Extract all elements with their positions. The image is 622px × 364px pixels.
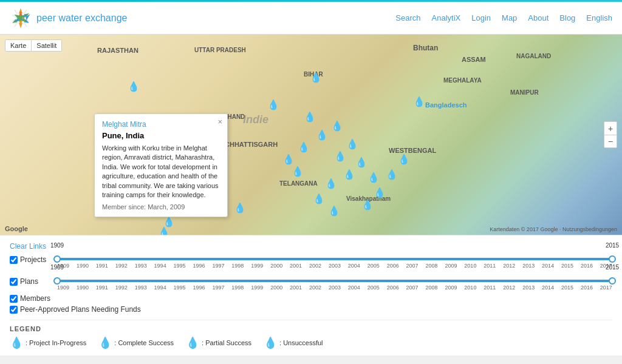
info-popup: × Melghat Mitra Pune, India Working with…	[94, 113, 228, 217]
map-marker-g3[interactable]: 💧	[158, 226, 170, 235]
map-marker-1[interactable]: 💧	[267, 99, 279, 110]
logo-icon	[10, 7, 32, 29]
map-marker-14[interactable]: 💧	[361, 199, 374, 211]
plans-checkbox[interactable]	[10, 278, 18, 286]
legend-title: LEGEND	[10, 325, 612, 332]
legend-item-partial: 💧 : Partial Success	[186, 336, 251, 349]
legend-label-success: : Complete Success	[114, 339, 174, 346]
main-nav: Search AnalytiX Login Map About Blog Eng…	[395, 13, 612, 22]
projects-timeline: 1909 2015 190919901991199219931994199519…	[57, 251, 612, 269]
popup-member-since: Member since: March, 2009	[102, 203, 220, 211]
projects-timeline-labels: 1909199019911992199319941995199619971998…	[57, 263, 612, 269]
map-label-bhutan: Bhutan	[413, 44, 438, 52]
nav-analytix[interactable]: AnalytiX	[432, 13, 461, 22]
map-marker-7[interactable]: 💧	[355, 157, 367, 168]
legend: LEGEND 💧 : Project In-Progress 💧 : Compl…	[10, 320, 612, 349]
legend-item-inprogress: 💧 : Project In-Progress	[10, 336, 86, 349]
clear-links-button[interactable]: Clear Links	[10, 242, 46, 251]
map-label-bangladesch: Bangladesch	[425, 101, 466, 109]
map-label-rajasthan: RAJASTHAN	[97, 47, 138, 54]
plans-year-start: 1909	[50, 264, 64, 271]
bottom-panel: Clear Links Projects 1909 2015 190919901…	[0, 235, 622, 356]
map-label-indie: Indie	[243, 113, 268, 126]
popup-description: Working with Korku tribe in Melghat regi…	[102, 144, 220, 200]
map-marker-13[interactable]: 💧	[374, 187, 386, 198]
popup-location: Pune, India	[102, 131, 220, 140]
map-label-meghalaya: MEGHALAYA	[443, 77, 482, 84]
projects-year-start: 1909	[50, 242, 64, 249]
map-marker-4[interactable]: 💧	[331, 120, 343, 132]
site-title: peer water exchange	[36, 13, 127, 24]
map-marker-5[interactable]: 💧	[346, 138, 358, 150]
logo-area: peer water exchange	[10, 7, 127, 29]
map-marker-10[interactable]: 💧	[325, 178, 337, 189]
nav-language[interactable]: English	[586, 13, 612, 22]
zoom-out-button[interactable]: −	[604, 135, 617, 148]
map-marker-g4[interactable]: 💧	[234, 202, 246, 214]
projects-label: Projects	[10, 255, 52, 264]
map-marker-pune[interactable]: 💧	[163, 216, 175, 228]
map-marker-19[interactable]: 💧	[292, 166, 304, 177]
zoom-in-button[interactable]: +	[604, 121, 617, 135]
map-type-satellit[interactable]: Satellit	[32, 39, 62, 52]
google-logo: Google	[5, 225, 28, 232]
map-label-chhattisgarh: CHHATTISGARH	[225, 141, 278, 148]
plans-handle-right[interactable]	[609, 277, 616, 285]
map-marker-2[interactable]: 💧	[304, 111, 316, 123]
projects-year-end: 2015	[606, 242, 619, 249]
map-marker-18[interactable]: 💧	[282, 153, 295, 165]
plans-timeline: 1909 2015 190919901991199219931994199519…	[57, 272, 612, 291]
peer-approved-checkbox[interactable]	[10, 306, 18, 314]
map-marker-12[interactable]: 💧	[328, 205, 340, 217]
map-marker-17[interactable]: 💧	[298, 141, 310, 153]
map-marker-o2[interactable]: 💧	[310, 72, 322, 83]
members-label: Members	[20, 294, 50, 303]
plans-year-end: 2015	[606, 264, 619, 271]
projects-handle-left[interactable]	[53, 255, 61, 263]
map-marker-g1[interactable]: 💧	[128, 81, 140, 92]
legend-label-unsuccessful: : Unsuccessful	[279, 339, 323, 346]
map-label-westbengal: WESTBENGAL	[389, 147, 436, 154]
map-label-nagaland: NAGALAND	[516, 53, 551, 59]
map-type-controls: Karte Satellit	[5, 39, 62, 52]
map-label-assam: ASSAM	[462, 56, 486, 63]
map-marker-g5[interactable]: 💧	[413, 96, 425, 107]
legend-drop-yellow: 💧	[264, 336, 277, 349]
popup-org: Melghat Mitra	[102, 120, 220, 129]
nav-about[interactable]: About	[528, 13, 549, 22]
map-marker-3[interactable]: 💧	[316, 129, 328, 141]
map-label-manipur: MANIPUR	[510, 89, 539, 96]
popup-close-button[interactable]: ×	[217, 117, 222, 126]
map-label-telangana: TELANGANA	[279, 180, 318, 187]
map-attribution: Kartendaten © 2017 Google · Nutzungsbedi…	[490, 226, 617, 232]
nav-search[interactable]: Search	[395, 13, 420, 22]
map-marker-6[interactable]: 💧	[334, 150, 346, 162]
legend-drop-blue: 💧	[98, 336, 112, 349]
plans-handle-left[interactable]	[53, 277, 61, 285]
projects-track[interactable]	[57, 258, 612, 260]
plans-timeline-labels: 1909199019911992199319941995199619971998…	[57, 285, 612, 291]
map-marker-9[interactable]: 💧	[367, 172, 380, 183]
map-marker-15[interactable]: 💧	[398, 153, 410, 165]
map-background: Karte Satellit RAJASTHAN UTTAR PRADESH B…	[0, 35, 622, 235]
projects-checkbox[interactable]	[10, 256, 18, 264]
nav-map[interactable]: Map	[502, 13, 517, 22]
peer-approved-label: Peer-Approved Plans Needing Funds	[20, 305, 141, 314]
legend-label-inprogress: : Project In-Progress	[26, 339, 86, 346]
map-marker-11[interactable]: 💧	[313, 193, 325, 204]
nav-login[interactable]: Login	[471, 13, 491, 22]
peer-approved-row: Peer-Approved Plans Needing Funds	[10, 305, 612, 314]
map-type-karte[interactable]: Karte	[5, 39, 32, 52]
members-row: Members	[10, 294, 612, 303]
legend-item-success: 💧 : Complete Success	[98, 336, 174, 349]
map-marker-16[interactable]: 💧	[386, 169, 398, 180]
legend-items: 💧 : Project In-Progress 💧 : Complete Suc…	[10, 336, 612, 349]
plans-label: Plans	[10, 277, 52, 286]
members-checkbox[interactable]	[10, 295, 18, 303]
legend-drop-orange-partial: 💧	[186, 336, 199, 349]
projects-handle-right[interactable]	[609, 255, 616, 263]
map-marker-8[interactable]: 💧	[343, 169, 355, 180]
nav-blog[interactable]: Blog	[559, 13, 575, 22]
plans-track[interactable]	[57, 280, 612, 282]
projects-filter-row: Projects 1909 2015 190919901991199219931…	[10, 251, 612, 269]
